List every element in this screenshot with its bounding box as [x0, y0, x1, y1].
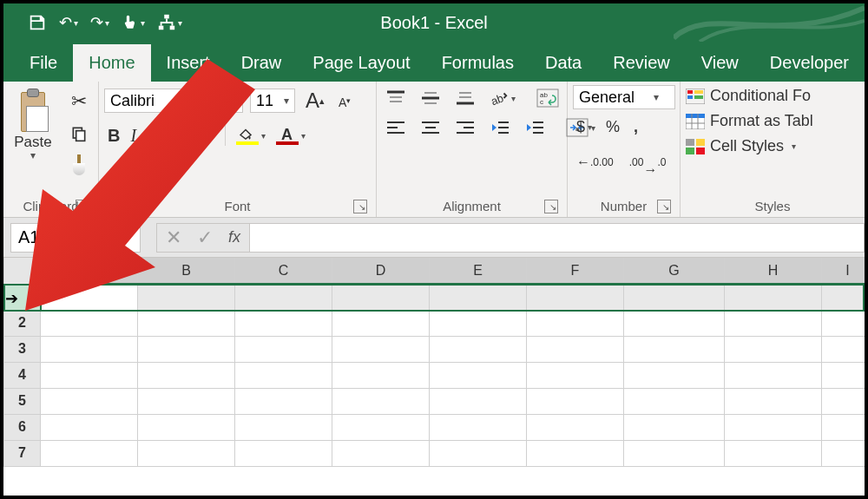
- col-header-H[interactable]: H: [725, 258, 822, 284]
- col-header-D[interactable]: D: [332, 258, 430, 284]
- fill-color-button[interactable]: [233, 124, 269, 147]
- name-box-caret-icon[interactable]: ▾: [107, 231, 140, 245]
- grow-font-icon[interactable]: A▴: [302, 87, 328, 115]
- font-launcher-icon[interactable]: ↘: [353, 200, 367, 213]
- tab-insert[interactable]: Insert: [151, 44, 226, 82]
- col-header-C[interactable]: C: [235, 258, 332, 284]
- clipboard-launcher-icon[interactable]: ↘: [76, 200, 89, 213]
- col-header-E[interactable]: E: [430, 258, 527, 284]
- worksheet-grid[interactable]: A B C D E F G H I 1 2 3 4 5 6 7 ➔: [3, 258, 865, 467]
- alignment-launcher-icon[interactable]: ↘: [544, 200, 558, 213]
- svg-rect-38: [694, 90, 703, 94]
- row-header-1[interactable]: 1: [4, 284, 41, 310]
- tab-page-layout[interactable]: Page Layout: [297, 44, 425, 82]
- cell-A1[interactable]: [41, 284, 138, 310]
- align-left-icon[interactable]: [382, 116, 410, 139]
- undo-icon[interactable]: ↶▾: [56, 11, 82, 34]
- format-as-table-button[interactable]: Format as Tabl: [686, 112, 859, 130]
- group-alignment-label: Alignment ↘: [382, 195, 562, 217]
- row-header-2[interactable]: 2: [4, 310, 41, 336]
- col-header-G[interactable]: G: [624, 258, 725, 284]
- format-painter-icon[interactable]: [67, 153, 91, 179]
- orientation-button[interactable]: ab: [486, 87, 519, 109]
- cell-styles-icon: [686, 139, 705, 154]
- decrease-decimal-button[interactable]: .00→.0: [626, 145, 670, 180]
- relationships-icon[interactable]: ▾: [154, 11, 186, 34]
- tab-view[interactable]: View: [686, 44, 754, 82]
- font-size-input[interactable]: [251, 89, 279, 112]
- tab-review[interactable]: Review: [597, 44, 686, 82]
- comma-button[interactable]: ,: [630, 116, 641, 138]
- formula-input[interactable]: [250, 224, 864, 252]
- underline-button[interactable]: U: [143, 124, 169, 148]
- paste-icon: [16, 89, 50, 132]
- row-5[interactable]: 5: [4, 388, 865, 414]
- percent-button[interactable]: %: [602, 116, 623, 138]
- accounting-format-button[interactable]: $: [573, 116, 595, 138]
- font-color-icon: A: [276, 126, 299, 145]
- col-header-B[interactable]: B: [138, 258, 235, 284]
- tab-home[interactable]: Home: [73, 44, 150, 82]
- group-alignment: ab abc a Alignment ↘: [377, 82, 568, 217]
- cell-styles-button[interactable]: Cell Styles: [686, 137, 859, 155]
- name-box-input[interactable]: [11, 224, 107, 252]
- col-header-I[interactable]: I: [822, 258, 865, 284]
- row-7[interactable]: 7: [4, 440, 865, 466]
- increase-indent-icon[interactable]: [521, 116, 549, 139]
- col-header-A[interactable]: A: [41, 258, 138, 284]
- conditional-formatting-button[interactable]: Conditional Fo: [686, 87, 859, 105]
- row-header-4[interactable]: 4: [4, 362, 41, 388]
- tab-data[interactable]: Data: [529, 44, 597, 82]
- number-format-combo[interactable]: ▾: [573, 85, 675, 109]
- font-size-combo[interactable]: ▾: [250, 89, 295, 113]
- align-bottom-icon[interactable]: [451, 87, 479, 109]
- fx-icon[interactable]: fx: [228, 228, 240, 246]
- copy-icon[interactable]: [67, 123, 91, 144]
- italic-button[interactable]: I: [127, 124, 140, 148]
- font-name-combo[interactable]: ▾: [104, 89, 243, 113]
- border-icon: [188, 128, 207, 143]
- font-name-input[interactable]: [105, 89, 227, 112]
- redo-icon[interactable]: ↷▾: [87, 11, 113, 34]
- tab-draw[interactable]: Draw: [226, 44, 298, 82]
- row-header-5[interactable]: 5: [4, 388, 41, 414]
- row-2[interactable]: 2: [4, 310, 865, 336]
- paste-button[interactable]: Paste ▾: [9, 85, 57, 195]
- format-as-table-icon: [686, 114, 705, 129]
- tab-file[interactable]: File: [14, 44, 73, 82]
- row-6[interactable]: 6: [4, 414, 865, 440]
- svg-rect-2: [170, 26, 175, 30]
- align-right-icon[interactable]: [451, 116, 479, 139]
- row-header-3[interactable]: 3: [4, 336, 41, 362]
- row-header-6[interactable]: 6: [4, 414, 41, 440]
- wrap-text-button[interactable]: abc: [533, 87, 562, 109]
- font-color-button[interactable]: A: [273, 124, 309, 147]
- align-center-icon[interactable]: [417, 116, 444, 139]
- shrink-font-icon[interactable]: A▾: [335, 92, 354, 109]
- row-header-7[interactable]: 7: [4, 440, 41, 466]
- cut-icon[interactable]: ✂: [67, 89, 91, 115]
- row-3[interactable]: 3: [4, 336, 865, 362]
- ribbon-tabs: File Home Insert Draw Page Layout Formul…: [3, 42, 865, 82]
- tab-formulas[interactable]: Formulas: [426, 44, 529, 82]
- select-all-corner[interactable]: [4, 258, 41, 284]
- row-4[interactable]: 4: [4, 362, 865, 388]
- tab-developer[interactable]: Developer: [754, 44, 865, 82]
- svg-rect-48: [696, 148, 705, 154]
- align-middle-icon[interactable]: [417, 87, 444, 109]
- number-launcher-icon[interactable]: ↘: [657, 200, 671, 213]
- svg-rect-37: [687, 95, 693, 99]
- align-top-icon[interactable]: [382, 87, 410, 109]
- row-1[interactable]: 1: [4, 284, 865, 310]
- border-button[interactable]: [185, 126, 218, 145]
- name-box[interactable]: ▾: [10, 223, 141, 253]
- col-header-F[interactable]: F: [527, 258, 624, 284]
- increase-decimal-button[interactable]: ←.0.00: [573, 145, 617, 180]
- paste-dropdown[interactable]: ▾: [9, 149, 57, 161]
- decrease-indent-icon[interactable]: [486, 116, 514, 139]
- touch-mode-icon[interactable]: ▾: [118, 11, 148, 34]
- save-icon[interactable]: [24, 11, 50, 34]
- bold-button[interactable]: B: [104, 124, 123, 148]
- number-format-input[interactable]: [574, 86, 648, 108]
- formula-bar[interactable]: [249, 223, 865, 253]
